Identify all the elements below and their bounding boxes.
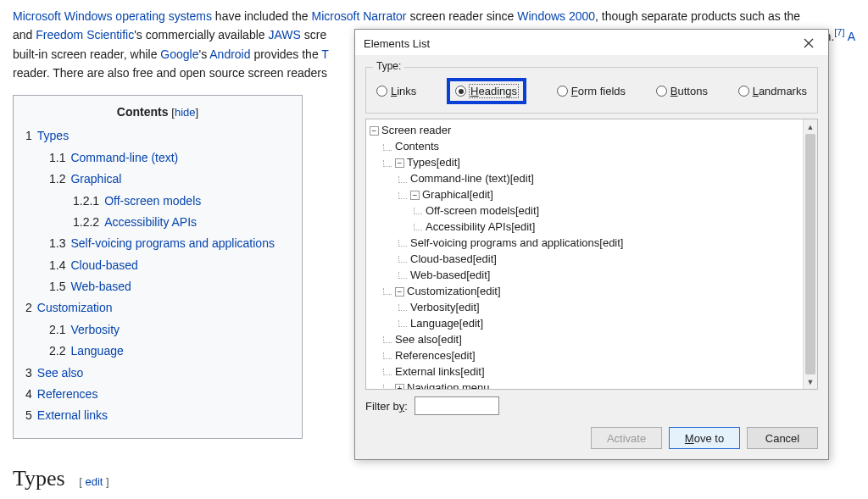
link-google[interactable]: Google <box>160 47 198 61</box>
scrollbar[interactable]: ▲ ▼ <box>803 119 817 389</box>
tree-node[interactable]: Self-voicing programs and applications[e… <box>370 236 814 252</box>
citation-7[interactable]: [7] <box>834 27 844 37</box>
tree-node[interactable]: References[edit] <box>370 348 814 364</box>
type-radio-group: Type: Links Headings Form fields Buttons <box>365 67 818 114</box>
radio-links[interactable]: Links <box>376 78 416 104</box>
toc-item[interactable]: 4References <box>25 385 290 403</box>
scroll-up-icon[interactable]: ▲ <box>804 119 817 134</box>
toc-item[interactable]: 1.2.1Off-screen models <box>73 191 290 210</box>
close-icon[interactable] <box>796 35 821 52</box>
toc-item[interactable]: 1Types <box>25 126 290 145</box>
tree-node[interactable]: −Types[edit] <box>370 155 814 171</box>
link-windows-2000[interactable]: Windows 2000 <box>517 9 595 23</box>
tree-node[interactable]: Language[edit] <box>370 316 814 332</box>
radio-headings[interactable]: Headings <box>455 85 518 97</box>
collapse-icon[interactable]: − <box>370 126 379 136</box>
tree-node[interactable]: External links[edit] <box>370 364 814 380</box>
scroll-down-icon[interactable]: ▼ <box>804 374 817 389</box>
radio-buttons[interactable]: Buttons <box>656 78 708 104</box>
radio-icon <box>656 86 667 97</box>
toc-item[interactable]: 2.1Verbosity <box>49 320 290 339</box>
filter-input[interactable] <box>415 396 499 415</box>
tree-node[interactable]: −Screen reader <box>370 123 814 139</box>
dialog-titlebar[interactable]: Elements List <box>355 30 828 55</box>
toc-toggle[interactable]: [hide] <box>171 106 198 119</box>
radio-icon <box>738 86 749 97</box>
radio-form-fields[interactable]: Form fields <box>557 78 626 104</box>
type-legend: Type: <box>373 60 404 72</box>
toc-item[interactable]: 3See also <box>25 363 290 382</box>
toc-item[interactable]: 1.4Cloud-based <box>49 256 290 274</box>
radio-landmarks[interactable]: Landmarks <box>738 78 807 104</box>
tree-node[interactable]: Verbosity[edit] <box>370 300 814 316</box>
activate-button: Activate <box>591 427 662 449</box>
heading-types: Types [ edit ] <box>13 461 855 499</box>
move-to-button[interactable]: Move to <box>669 427 740 449</box>
link-windows-os[interactable]: Microsoft Windows operating systems <box>13 9 212 23</box>
toc-item[interactable]: 1.2.2Accessibility APIs <box>73 213 290 231</box>
tree-node[interactable]: Off-screen models[edit] <box>370 203 814 219</box>
tree-node[interactable]: Accessibility APIs[edit] <box>370 219 814 236</box>
tree-node[interactable]: Web-based[edit] <box>370 268 814 284</box>
tree-node[interactable]: +Navigation menu <box>370 380 814 390</box>
link-narrator[interactable]: Microsoft Narrator <box>312 9 407 23</box>
toc-item[interactable]: 1.5Web-based <box>49 277 290 296</box>
collapse-icon[interactable]: − <box>410 191 420 200</box>
expand-icon[interactable]: + <box>395 384 404 390</box>
toc-item[interactable]: 1.3Self-voicing programs and application… <box>49 234 290 252</box>
scroll-thumb[interactable] <box>805 134 815 374</box>
tree-node[interactable]: Command-line (text)[edit] <box>370 171 814 187</box>
link-android[interactable]: Android <box>209 47 250 61</box>
toc-item[interactable]: 2Customization <box>25 298 290 317</box>
table-of-contents: Contents [hide] 1Types1.1Command-line (t… <box>13 95 303 439</box>
radio-icon <box>376 86 387 97</box>
toc-item[interactable]: 2.2Language <box>49 341 290 360</box>
headings-tree[interactable]: −Screen readerContents−Types[edit]Comman… <box>365 119 818 390</box>
link-talkback[interactable]: T <box>321 47 329 61</box>
radio-icon <box>557 86 568 97</box>
tree-node[interactable]: Contents <box>370 139 814 155</box>
tree-node[interactable]: −Customization[edit] <box>370 284 814 300</box>
elements-list-dialog: Elements List Type: Links Headings Form … <box>354 29 829 460</box>
link-freedom-scientific[interactable]: Freedom Scientific <box>36 28 134 42</box>
radio-headings-highlight: Headings <box>447 78 526 104</box>
toc-item[interactable]: 1.1Command-line (text) <box>49 148 290 167</box>
radio-icon <box>455 86 466 97</box>
tree-node[interactable]: See also[edit] <box>370 332 814 348</box>
toc-item[interactable]: 5External links <box>25 406 290 424</box>
toc-item[interactable]: 1.2Graphical <box>49 169 290 188</box>
edit-section-types[interactable]: [ edit ] <box>79 475 108 488</box>
collapse-icon[interactable]: − <box>395 158 404 168</box>
dialog-title: Elements List <box>364 37 430 50</box>
collapse-icon[interactable]: − <box>395 287 404 297</box>
tree-node[interactable]: Cloud-based[edit] <box>370 252 814 268</box>
filter-label: Filter by: <box>365 400 408 413</box>
toc-title: Contents <box>117 105 169 119</box>
tree-node[interactable]: −Graphical[edit] <box>370 187 814 203</box>
link-jaws[interactable]: JAWS <box>268 28 300 42</box>
cancel-button[interactable]: Cancel <box>747 427 818 449</box>
